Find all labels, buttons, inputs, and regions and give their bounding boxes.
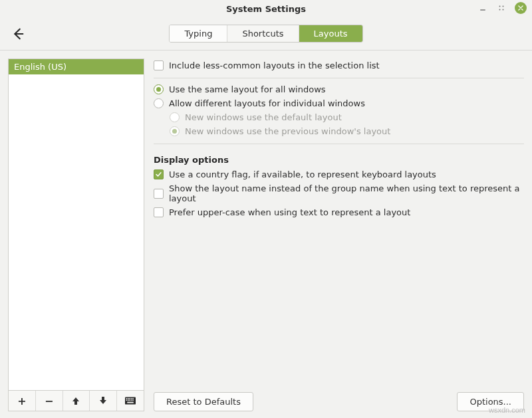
tab-layouts[interactable]: Layouts [299, 25, 362, 42]
svg-rect-14 [131, 399, 132, 401]
label-sub-use-default: New windows use the default layout [185, 112, 342, 122]
checkbox-prefer-upper[interactable] [154, 207, 164, 217]
window-title: System Settings [226, 4, 306, 14]
window-controls [477, 2, 527, 14]
header-bar: Typing Shortcuts Layouts [0, 17, 532, 51]
close-icon [517, 5, 524, 11]
label-sub-use-previous: New windows use the previous window's la… [185, 126, 390, 136]
show-keyboard-button[interactable] [117, 391, 144, 411]
arrow-up-icon [70, 395, 81, 406]
move-down-button[interactable] [90, 391, 117, 411]
row-sub-use-previous: New windows use the previous window's la… [154, 124, 524, 138]
svg-point-2 [503, 6, 504, 7]
minus-icon: − [45, 395, 53, 407]
row-include-less-common[interactable]: Include less-common layouts in the selec… [154, 58, 524, 72]
checkbox-layout-name-instead[interactable] [154, 189, 164, 199]
keyboard-icon [125, 395, 136, 406]
label-include-less-common: Include less-common layouts in the selec… [169, 60, 380, 70]
divider [154, 78, 524, 78]
checkbox-include-less-common[interactable] [154, 60, 164, 70]
layout-list-item[interactable]: English (US) [9, 59, 144, 74]
svg-rect-7 [128, 398, 129, 399]
label-country-flag: Use a country flag, if available, to rep… [169, 169, 436, 179]
radio-same-layout[interactable] [154, 84, 164, 94]
minimize-icon [479, 4, 487, 12]
svg-rect-0 [480, 9, 485, 11]
svg-rect-12 [128, 399, 129, 401]
back-button[interactable] [9, 25, 27, 43]
move-up-button[interactable] [63, 391, 90, 411]
svg-point-4 [503, 9, 504, 11]
checkbox-country-flag[interactable] [154, 169, 164, 179]
layout-list-toolbar: + − [9, 390, 144, 411]
label-layout-name-instead: Show the layout name instead of the grou… [169, 183, 524, 203]
row-country-flag[interactable]: Use a country flag, if available, to rep… [154, 167, 524, 181]
row-same-layout[interactable]: Use the same layout for all windows [154, 82, 524, 96]
svg-point-3 [499, 9, 501, 11]
svg-point-1 [499, 6, 501, 7]
radio-sub-use-previous [170, 126, 180, 136]
row-sub-use-default: New windows use the default layout [154, 110, 524, 124]
check-icon [155, 171, 162, 178]
arrow-down-icon [98, 395, 108, 406]
svg-rect-11 [126, 399, 128, 401]
radio-sub-use-default [170, 112, 180, 122]
maximize-icon [498, 5, 505, 11]
plus-icon: + [17, 395, 26, 407]
svg-rect-15 [132, 399, 134, 401]
minimize-button[interactable] [477, 3, 488, 13]
label-prefer-upper: Prefer upper-case when using text to rep… [169, 207, 410, 217]
close-button[interactable] [515, 2, 527, 14]
layout-list[interactable]: English (US) [9, 59, 144, 390]
svg-rect-8 [129, 398, 130, 399]
divider [154, 144, 524, 144]
main-content: English (US) + − [0, 51, 532, 418]
maximize-button[interactable] [496, 3, 507, 13]
tab-typing[interactable]: Typing [170, 25, 227, 42]
svg-rect-6 [126, 398, 128, 399]
svg-rect-9 [131, 398, 132, 399]
display-options-heading: Display options [154, 155, 524, 165]
label-same-layout: Use the same layout for all windows [169, 84, 326, 94]
options-button[interactable]: Options... [457, 392, 524, 411]
label-allow-different: Allow different layouts for individual w… [169, 98, 365, 108]
title-bar: System Settings [0, 0, 532, 17]
footer-buttons: Reset to Defaults Options... [154, 387, 524, 411]
svg-rect-10 [132, 398, 134, 399]
remove-layout-button[interactable]: − [36, 391, 63, 411]
row-layout-name-instead[interactable]: Show the layout name instead of the grou… [154, 181, 524, 205]
layout-list-panel: English (US) + − [8, 58, 144, 411]
settings-panel: Include less-common layouts in the selec… [154, 58, 524, 411]
svg-rect-13 [129, 399, 130, 401]
svg-rect-16 [127, 402, 134, 403]
radio-allow-different[interactable] [154, 98, 164, 108]
reset-defaults-button[interactable]: Reset to Defaults [154, 392, 253, 411]
row-prefer-upper[interactable]: Prefer upper-case when using text to rep… [154, 205, 524, 219]
tab-shortcuts[interactable]: Shortcuts [227, 25, 299, 42]
row-allow-different[interactable]: Allow different layouts for individual w… [154, 96, 524, 110]
add-layout-button[interactable]: + [9, 391, 36, 411]
tab-bar: Typing Shortcuts Layouts [169, 25, 362, 43]
back-arrow-icon [11, 27, 25, 41]
